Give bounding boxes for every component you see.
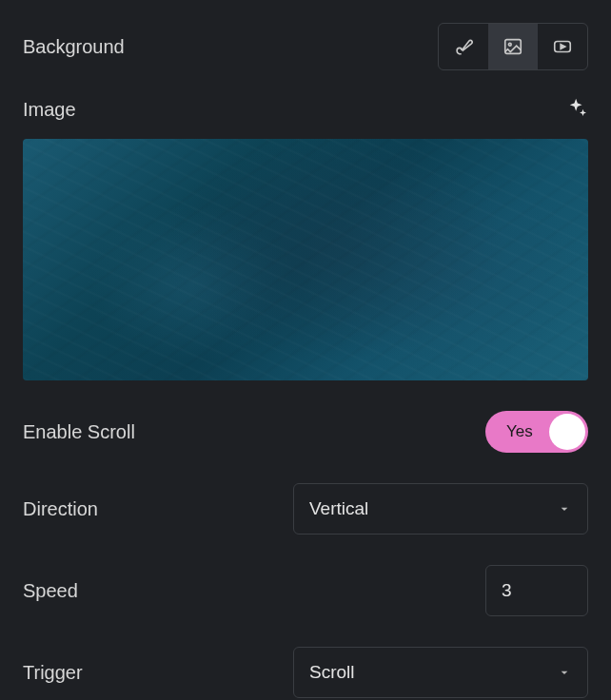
toggle-knob xyxy=(549,414,585,450)
image-title: Image xyxy=(23,99,76,121)
video-tab[interactable] xyxy=(538,24,587,69)
speed-label: Speed xyxy=(23,580,78,602)
trigger-select[interactable]: Scroll xyxy=(293,647,588,698)
background-header: Background xyxy=(23,23,588,70)
direction-row: Direction Vertical xyxy=(23,483,588,535)
enable-scroll-label: Enable Scroll xyxy=(23,421,135,443)
enable-scroll-row: Enable Scroll Yes xyxy=(23,411,588,453)
speed-input[interactable]: 3 xyxy=(485,565,588,616)
direction-select[interactable]: Vertical xyxy=(293,483,588,535)
trigger-label: Trigger xyxy=(23,662,83,684)
section-title: Background xyxy=(23,36,125,58)
image-tab[interactable] xyxy=(488,24,538,69)
trigger-value: Scroll xyxy=(309,662,355,683)
direction-label: Direction xyxy=(23,498,98,520)
trigger-row: Trigger Scroll xyxy=(23,647,588,698)
video-icon xyxy=(552,36,573,57)
svg-rect-0 xyxy=(505,40,522,54)
background-type-tabs xyxy=(438,23,588,70)
image-section-header: Image xyxy=(23,97,588,122)
image-icon xyxy=(503,36,523,57)
speed-value: 3 xyxy=(502,580,512,601)
toggle-value: Yes xyxy=(506,422,533,441)
speed-row: Speed 3 xyxy=(23,565,588,616)
chevron-down-icon xyxy=(557,665,572,680)
chevron-down-icon xyxy=(557,501,572,516)
image-preview[interactable] xyxy=(23,139,588,380)
sparkle-icon[interactable] xyxy=(567,97,588,122)
svg-point-1 xyxy=(508,43,511,46)
color-tab[interactable] xyxy=(439,24,488,69)
enable-scroll-toggle[interactable]: Yes xyxy=(485,411,588,453)
direction-value: Vertical xyxy=(309,498,368,519)
brush-icon xyxy=(453,36,474,57)
